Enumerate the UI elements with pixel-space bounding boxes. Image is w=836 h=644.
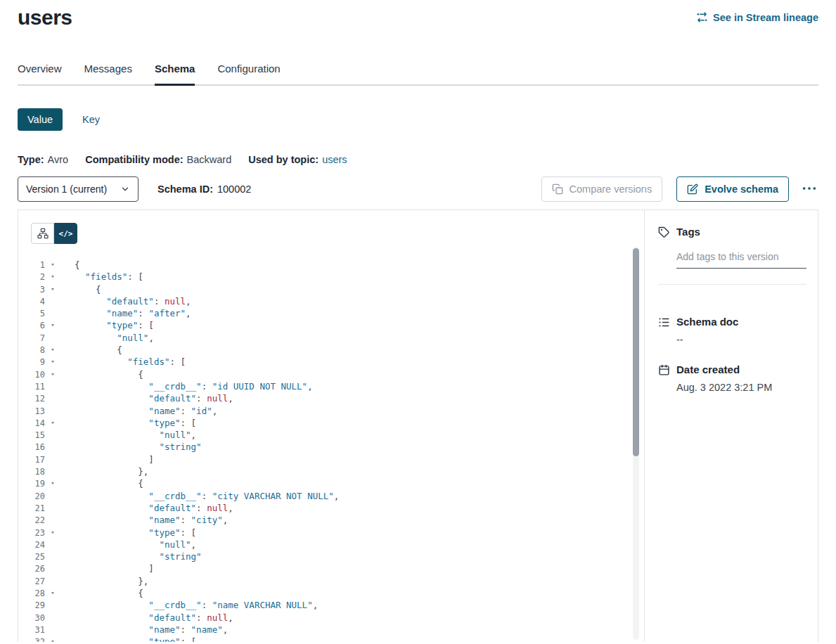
key-toggle-button[interactable]: Key [72, 108, 110, 131]
version-bar: Version 1 (current) Schema ID:100002 Com… [18, 176, 818, 202]
code-text: "null", [75, 333, 154, 343]
stream-lineage-link[interactable]: See in Stream lineage [696, 11, 818, 23]
page: users See in Stream lineage Overview Mes… [0, 0, 836, 642]
line-number: 9 [18, 356, 45, 368]
code-text: "default": null, [75, 612, 233, 623]
meta-type-label: Type: [18, 154, 44, 165]
stream-lineage-icon [696, 11, 708, 23]
compare-versions-label: Compare versions [570, 183, 652, 195]
scrollbar-track[interactable] [633, 247, 639, 640]
code-text: "default": null, [75, 393, 233, 404]
meta-compat-label: Compatibility mode: [85, 154, 183, 165]
schema-doc-icon [658, 316, 670, 328]
page-title: users [18, 6, 72, 30]
fold-toggle-icon[interactable]: ▾ [48, 319, 58, 331]
fold-toggle-icon[interactable]: ▾ [48, 417, 58, 429]
meta-topic: Used by topic:users [248, 154, 347, 165]
add-tags-input[interactable] [676, 250, 806, 269]
code-line: 22 "name": "city", [18, 514, 644, 526]
scrollbar-thumb[interactable] [633, 248, 639, 456]
code-text: "null", [75, 430, 196, 440]
meta-compat-value: Backward [187, 154, 232, 165]
version-select-value: Version 1 (current) [26, 183, 107, 195]
code-text: "name": "city", [75, 515, 228, 525]
fold-toggle-icon[interactable]: ▾ [48, 271, 58, 283]
code-line: 15 "null", [18, 429, 644, 441]
line-number: 8 [18, 344, 45, 356]
fold-toggle-icon[interactable]: ▾ [48, 259, 58, 271]
fold-toggle-icon[interactable]: ▾ [48, 527, 58, 539]
line-number: 28 [18, 588, 45, 600]
line-number: 24 [18, 539, 45, 551]
code-text: { [75, 369, 143, 380]
code-line: 14▾ "type": [ [18, 417, 644, 429]
fold-toggle-icon[interactable]: ▾ [48, 368, 58, 380]
schema-id-value: 100002 [217, 183, 251, 195]
code-line: 13 "name": "id", [18, 405, 644, 417]
fold-toggle-icon[interactable]: ▾ [48, 356, 58, 368]
tree-view-button[interactable] [31, 223, 54, 244]
line-number: 30 [18, 612, 45, 624]
date-created-title: Date created [676, 363, 740, 375]
code-line: 30 "default": null, [18, 612, 644, 624]
code-line: 27 }, [18, 575, 644, 587]
fold-toggle-icon[interactable]: ▾ [48, 636, 58, 642]
tab-overview[interactable]: Overview [18, 63, 62, 86]
code-text: "type": [ [75, 636, 196, 642]
code-text: "name": "after", [75, 308, 191, 318]
schema-doc-value: -- [676, 334, 806, 345]
tab-messages[interactable]: Messages [84, 63, 132, 86]
code-line: 23▾ "type": [ [18, 527, 644, 539]
ellipsis-icon [802, 181, 817, 196]
version-select[interactable]: Version 1 (current) [18, 176, 139, 202]
line-number: 1 [18, 259, 45, 271]
code-line: 28▾ { [18, 587, 644, 599]
schema-editor-pane: </> 1▾{2▾ "fields": [3▾ {4 "default": nu… [18, 210, 645, 642]
line-number: 3 [18, 284, 45, 296]
line-number: 12 [18, 393, 45, 405]
code-text: { [75, 259, 80, 270]
tags-title: Tags [676, 226, 700, 238]
code-view-button[interactable]: </> [54, 223, 77, 244]
compare-versions-button[interactable]: Compare versions [541, 176, 663, 202]
line-number: 21 [18, 503, 45, 515]
code-text: "string" [75, 442, 202, 452]
code-text: "type": [ [75, 527, 196, 538]
code-text: { [75, 344, 122, 355]
line-number: 31 [18, 624, 45, 636]
value-toggle-button[interactable]: Value [18, 108, 63, 131]
more-actions-button[interactable] [800, 178, 818, 201]
code-text: "__crdb__": "id UUID NOT NULL", [75, 381, 313, 392]
sidebar-divider [658, 284, 806, 285]
code-line: 31 "name": "name", [18, 624, 644, 636]
code-line: 6▾ "type": [ [18, 319, 644, 331]
schema-doc-section: Schema doc [658, 316, 806, 328]
code-line: 12 "default": null, [18, 392, 644, 404]
meta-type: Type:Avro [18, 154, 68, 165]
fold-toggle-icon[interactable]: ▾ [48, 283, 58, 295]
code-text: "default": null, [75, 296, 191, 307]
code-line: 9▾ "fields": [ [18, 356, 644, 368]
tab-schema[interactable]: Schema [155, 63, 195, 86]
line-number: 29 [18, 600, 45, 612]
line-number: 14 [18, 418, 45, 430]
fold-toggle-icon[interactable]: ▾ [48, 477, 58, 489]
code-line: 19▾ { [18, 477, 644, 489]
schema-meta-row: Type:Avro Compatibility mode:Backward Us… [18, 154, 818, 165]
code-line: 20 "__crdb__": "city VARCHAR NOT NULL", [18, 490, 644, 502]
line-number: 13 [18, 406, 45, 418]
code-text: "fields": [ [75, 356, 186, 367]
schema-sidebar: Tags Schema doc -- Date created Aug. 3 2… [645, 210, 818, 642]
tab-configuration[interactable]: Configuration [217, 63, 280, 86]
code-line: 21 "default": null, [18, 502, 644, 514]
code-text: }, [75, 466, 148, 477]
code-text: "name": "name", [75, 624, 228, 635]
fold-toggle-icon[interactable]: ▾ [48, 587, 58, 599]
fold-toggle-icon[interactable]: ▾ [48, 344, 58, 356]
code-line: 4 "default": null, [18, 295, 644, 307]
evolve-schema-button[interactable]: Evolve schema [676, 176, 789, 202]
line-number: 22 [18, 515, 45, 527]
code-line: 1▾{ [18, 259, 644, 271]
topic-link[interactable]: users [322, 154, 347, 165]
code-line: 18 }, [18, 465, 644, 477]
